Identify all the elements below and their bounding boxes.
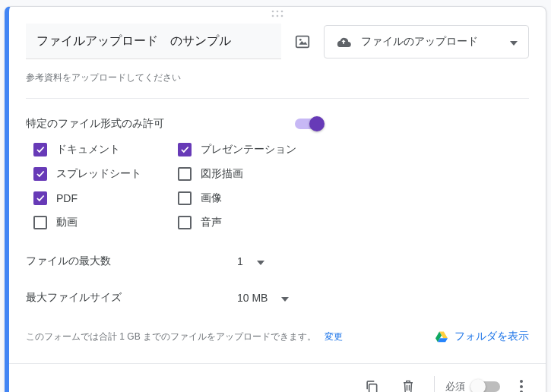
question-title-input[interactable] [26, 24, 281, 59]
svg-point-7 [299, 38, 302, 40]
checkbox-box [33, 143, 47, 156]
svg-rect-8 [369, 384, 377, 392]
svg-point-10 [520, 385, 523, 388]
svg-point-1 [277, 11, 279, 13]
chevron-down-icon [257, 255, 264, 267]
svg-point-0 [272, 11, 274, 13]
add-image-button[interactable] [293, 33, 312, 51]
filetype-checkbox[interactable]: 画像 [178, 191, 330, 205]
filetype-checkbox[interactable]: スプレッドシート [33, 167, 170, 181]
filetype-label: ドキュメント [56, 143, 120, 156]
delete-button[interactable] [393, 371, 423, 392]
svg-point-2 [281, 11, 283, 13]
copy-icon [364, 379, 379, 392]
question-description[interactable]: 参考資料をアップロードしてください [9, 67, 546, 95]
more-options-button[interactable] [506, 371, 537, 392]
allow-specific-toggle[interactable] [295, 119, 322, 129]
filetype-checkbox[interactable]: 動画 [33, 216, 170, 229]
filetype-label: PDF [56, 192, 78, 204]
divider [26, 98, 529, 99]
checkbox-box [33, 167, 47, 181]
max-files-value: 1 [237, 255, 243, 267]
checkbox-box [33, 216, 47, 229]
drag-handle[interactable] [9, 7, 546, 21]
chevron-down-icon [281, 292, 289, 304]
svg-point-4 [277, 15, 279, 17]
view-folder-label: フォルダを表示 [454, 330, 529, 343]
question-type-label: ファイルのアップロード [361, 35, 478, 49]
filetype-checkbox[interactable]: PDF [33, 191, 170, 205]
filetype-checkbox[interactable]: ドキュメント [33, 143, 170, 156]
svg-point-5 [281, 15, 283, 17]
checkbox-box [178, 143, 192, 156]
checkbox-box [178, 216, 192, 229]
question-type-select[interactable]: ファイルのアップロード [324, 25, 529, 58]
filetype-checkbox[interactable]: 図形描画 [178, 167, 330, 181]
required-label: 必須 [445, 380, 465, 392]
checkbox-box [178, 191, 192, 205]
filetype-label: 図形描画 [201, 167, 243, 181]
view-folder-link[interactable]: フォルダを表示 [435, 330, 529, 343]
drive-icon [435, 330, 448, 343]
filetype-checkbox[interactable]: 音声 [178, 216, 330, 229]
question-card: ファイルのアップロード 参考資料をアップロードしてください 特定のファイル形式の… [5, 6, 546, 392]
filetype-label: プレゼンテーション [201, 143, 296, 156]
toggle-knob [309, 116, 325, 131]
toggle-knob [470, 379, 486, 392]
image-icon [294, 33, 311, 50]
svg-point-9 [520, 380, 523, 383]
filetype-checkbox[interactable]: プレゼンテーション [178, 143, 330, 156]
svg-point-3 [272, 15, 274, 17]
max-files-select[interactable]: 1 [231, 251, 271, 272]
max-size-label: 最大ファイルサイズ [26, 291, 231, 305]
question-header-row: ファイルのアップロード [9, 21, 546, 67]
change-limit-link[interactable]: 変更 [325, 331, 343, 342]
upload-hint: このフォームでは合計 1 GB までのファイルをアップロードできます。 変更 [26, 330, 435, 343]
cloud-upload-icon [335, 36, 352, 48]
allow-specific-label: 特定のファイル形式のみ許可 [26, 117, 164, 131]
max-files-label: ファイルの最大数 [26, 254, 231, 268]
duplicate-button[interactable] [356, 371, 387, 392]
chevron-down-icon [510, 36, 518, 48]
drag-icon [271, 10, 283, 17]
required-toggle[interactable] [473, 381, 500, 392]
card-footer: 必須 [9, 363, 546, 392]
filetype-label: 動画 [56, 216, 78, 229]
more-vert-icon [520, 380, 523, 392]
filetype-label: 音声 [201, 216, 222, 229]
filetype-label: 画像 [201, 191, 222, 205]
trash-icon [401, 379, 415, 392]
filetype-label: スプレッドシート [56, 167, 141, 181]
footer-separator [434, 376, 435, 392]
max-size-select[interactable]: 10 MB [231, 287, 295, 308]
checkbox-box [33, 191, 47, 205]
max-size-value: 10 MB [237, 292, 268, 304]
checkbox-box [178, 167, 192, 181]
upload-hint-text: このフォームでは合計 1 GB までのファイルをアップロードできます。 [26, 331, 316, 342]
filetype-grid: ドキュメントプレゼンテーションスプレッドシート図形描画PDF画像動画音声 [26, 140, 529, 243]
